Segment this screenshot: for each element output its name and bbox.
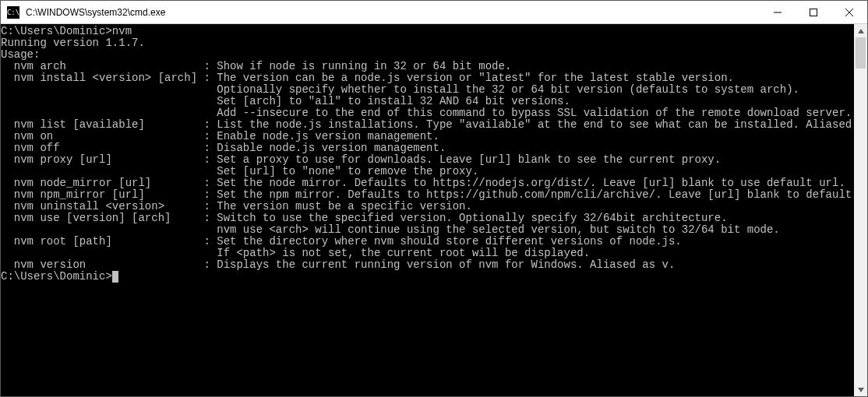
terminal-line: nvm uninstall <version> : The version mu…: [1, 201, 854, 213]
terminal-line: nvm version : Displays the current runni…: [1, 259, 854, 271]
terminal-line: nvm proxy [url] : Set a proxy to use for…: [1, 154, 854, 166]
scroll-down-button[interactable]: [854, 383, 867, 396]
terminal-line: nvm list [available] : List the node.js …: [1, 119, 854, 131]
terminal-line: Add --insecure to the end of this comman…: [1, 107, 854, 119]
minimize-button[interactable]: [760, 1, 796, 23]
scroll-up-button[interactable]: [854, 24, 867, 37]
cursor: _: [112, 271, 118, 283]
terminal-line: Optionally specify whether to install th…: [1, 84, 854, 96]
terminal-line: nvm use [version] [arch] : Switch to use…: [1, 213, 854, 224]
terminal-line: nvm root [path] : Set the directory wher…: [1, 236, 854, 248]
terminal-line: nvm install <version> [arch] : The versi…: [1, 72, 854, 84]
terminal-line: Set [url] to "none" to remove the proxy.: [1, 166, 854, 177]
terminal-line: nvm npm_mirror [url] : Set the npm mirro…: [1, 189, 854, 201]
maximize-button[interactable]: [796, 1, 831, 23]
terminal-line: Running version 1.1.7.: [1, 37, 854, 49]
scroll-thumb[interactable]: [856, 37, 866, 69]
close-button[interactable]: [831, 1, 867, 23]
cmd-icon: C:\: [7, 6, 19, 19]
terminal-line: Set [arch] to "all" to install 32 AND 64…: [1, 96, 854, 107]
window-title: C:\WINDOWS\system32\cmd.exe: [24, 7, 760, 18]
vertical-scrollbar[interactable]: [854, 24, 867, 396]
svg-marker-5: [858, 388, 864, 392]
terminal-line: nvm off : Disable node.js version manage…: [1, 142, 854, 154]
prompt-prefix: C:\Users\Dominic>: [1, 270, 112, 283]
window-controls: [760, 1, 867, 23]
terminal-line: If <path> is not set, the current root w…: [1, 248, 854, 259]
terminal-line: nvm use <arch> will continue using the s…: [1, 224, 854, 236]
terminal-line: Usage:: [1, 49, 854, 61]
terminal-line: nvm arch : Show if node is running in 32…: [1, 61, 854, 72]
terminal-line: nvm node_mirror [url] : Set the node mir…: [1, 177, 854, 189]
titlebar: C:\ C:\WINDOWS\system32\cmd.exe: [1, 1, 867, 24]
svg-marker-4: [858, 29, 864, 33]
terminal-output[interactable]: C:\Users\Dominic>nvmRunning version 1.1.…: [1, 24, 854, 396]
terminal-line: C:\Users\Dominic>nvm: [1, 26, 854, 37]
client-area: C:\Users\Dominic>nvmRunning version 1.1.…: [1, 24, 867, 396]
svg-rect-1: [810, 9, 817, 16]
terminal-prompt[interactable]: C:\Users\Dominic>_: [1, 271, 854, 283]
terminal-line: nvm on : Enable node.js version manageme…: [1, 131, 854, 142]
